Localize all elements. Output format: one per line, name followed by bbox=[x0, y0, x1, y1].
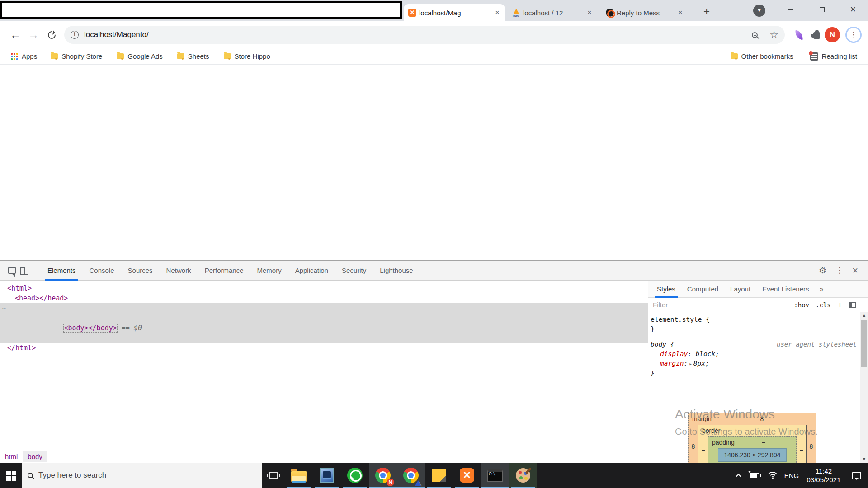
tab-layout[interactable]: Layout bbox=[724, 281, 756, 298]
tab-event-listeners[interactable]: Event Listeners bbox=[756, 281, 815, 298]
apps-shortcut[interactable]: Apps bbox=[7, 51, 41, 62]
tab-search-icon[interactable]: ▾ bbox=[753, 5, 765, 17]
bookmark-folder-shopify-store[interactable]: Shopify Store bbox=[47, 51, 106, 62]
dom-node-body-selected[interactable]: ⋯ <body></body>== $0 bbox=[0, 303, 648, 343]
tray-battery[interactable] bbox=[745, 463, 764, 488]
scrollbar-thumb[interactable] bbox=[861, 320, 867, 367]
taskbar-app-paint[interactable] bbox=[509, 463, 537, 488]
devtools-tab-console[interactable]: Console bbox=[83, 261, 121, 281]
padding-top-value: − bbox=[735, 438, 793, 447]
bookmark-folder-store-hippo[interactable]: Store Hippo bbox=[220, 51, 274, 62]
devtools-tab-memory[interactable]: Memory bbox=[250, 261, 288, 281]
computed-sidebar-toggle-icon[interactable] bbox=[849, 302, 856, 308]
tab-close-icon[interactable]: × bbox=[585, 9, 594, 17]
window-close-button[interactable]: × bbox=[843, 0, 863, 19]
devtools-tab-application[interactable]: Application bbox=[288, 261, 335, 281]
border-right-value: − bbox=[797, 446, 806, 455]
bookmark-folder-sheets[interactable]: Sheets bbox=[174, 51, 213, 62]
tab-close-icon[interactable]: × bbox=[676, 9, 684, 17]
box-model-diagram: margin 8 8 border − bbox=[688, 413, 816, 463]
css-property-margin[interactable]: margin:▸8px; bbox=[651, 359, 860, 369]
taskbar-search-input[interactable] bbox=[38, 471, 256, 480]
taskbar-app-xampp[interactable]: ✕ bbox=[453, 463, 481, 488]
bookmark-star-icon[interactable]: ☆ bbox=[769, 30, 778, 40]
taskbar-app-chrome-profile[interactable]: N bbox=[369, 463, 397, 488]
window-minimize-button[interactable] bbox=[780, 0, 801, 19]
pseudo-state-toggle[interactable]: :hov bbox=[794, 301, 809, 309]
tab-magento-message[interactable]: Reply to Mess × bbox=[601, 4, 688, 21]
expand-shorthand-icon[interactable]: ▸ bbox=[689, 361, 692, 367]
new-style-rule-button[interactable]: + bbox=[837, 300, 843, 310]
taskbar-app-whatsapp[interactable] bbox=[341, 463, 369, 488]
zoom-out-icon[interactable] bbox=[752, 32, 758, 38]
taskbar-search-box[interactable] bbox=[22, 463, 262, 488]
devtools-tab-sources[interactable]: Sources bbox=[121, 261, 160, 281]
tray-network[interactable] bbox=[764, 463, 781, 488]
device-toolbar-icon[interactable] bbox=[22, 267, 28, 275]
back-button[interactable]: ← bbox=[6, 26, 24, 44]
breadcrumb-html[interactable]: html bbox=[0, 451, 23, 462]
devtools-tab-network[interactable]: Network bbox=[160, 261, 198, 281]
chrome-menu-icon[interactable]: ⋮ bbox=[845, 27, 862, 43]
url-text[interactable]: localhost/Magento/ bbox=[84, 30, 752, 39]
action-center-icon bbox=[852, 472, 861, 479]
devtools-tab-lighthouse[interactable]: Lighthouse bbox=[373, 261, 420, 281]
taskbar-app-file-explorer[interactable] bbox=[285, 463, 313, 488]
bookmark-folder-google-ads[interactable]: Google Ads bbox=[113, 51, 166, 62]
tab-localhost-magento[interactable]: ✕ localhost/Mag × bbox=[404, 4, 505, 21]
taskbar-app-chrome[interactable] bbox=[397, 463, 425, 488]
start-button[interactable] bbox=[0, 463, 22, 488]
margin-top-value: 8 bbox=[712, 414, 812, 424]
new-tab-button[interactable]: + bbox=[700, 5, 713, 19]
folder-icon bbox=[51, 53, 58, 59]
address-bar[interactable]: i localhost/Magento/ ☆ bbox=[64, 26, 785, 44]
profile-avatar[interactable]: N bbox=[825, 27, 840, 42]
devtools-tab-security[interactable]: Security bbox=[335, 261, 373, 281]
devtools-tab-performance[interactable]: Performance bbox=[198, 261, 250, 281]
tab-computed[interactable]: Computed bbox=[681, 281, 724, 298]
feather-extension-icon[interactable] bbox=[794, 30, 804, 40]
more-tabs-chevron-icon[interactable]: » bbox=[815, 285, 828, 293]
rule-element-style[interactable]: element.style { } bbox=[648, 312, 860, 337]
tab-close-icon[interactable]: × bbox=[493, 9, 501, 17]
task-view-button[interactable] bbox=[262, 463, 285, 488]
tray-action-center[interactable] bbox=[845, 463, 868, 488]
taskbar-app-photos[interactable] bbox=[313, 463, 341, 488]
scroll-up-icon[interactable]: ▲ bbox=[860, 312, 868, 319]
devtools-close-icon[interactable]: × bbox=[852, 266, 858, 276]
elements-panel: <html> <head></head> ⋯ <body></body>== $… bbox=[0, 281, 648, 463]
devtools-kebab-menu-icon[interactable]: ⋮ bbox=[835, 267, 843, 274]
dom-node-html-close[interactable]: </html> bbox=[0, 343, 648, 353]
tray-time: 11:42 bbox=[816, 467, 832, 475]
taskbar-app-sticky-notes[interactable] bbox=[425, 463, 453, 488]
inspect-element-icon[interactable] bbox=[8, 267, 16, 274]
reload-button[interactable] bbox=[42, 26, 61, 44]
tab-phpmyadmin[interactable]: PMA localhost / 12 × bbox=[508, 4, 597, 21]
element-classes-toggle[interactable]: .cls bbox=[816, 301, 831, 309]
devtools-tab-elements[interactable]: Elements bbox=[41, 261, 83, 281]
breadcrumb-body[interactable]: body bbox=[23, 451, 47, 462]
styles-scrollbar[interactable]: ▲ ▼ bbox=[860, 312, 868, 463]
forward-button[interactable]: → bbox=[24, 26, 42, 44]
other-bookmarks[interactable]: Other bookmarks bbox=[727, 51, 797, 62]
scroll-down-icon[interactable]: ▼ bbox=[860, 456, 868, 463]
tray-clock[interactable]: 11:42 03/05/2021 bbox=[802, 463, 845, 488]
taskbar-app-command-prompt[interactable] bbox=[481, 463, 509, 488]
page-info-icon[interactable]: i bbox=[71, 31, 79, 39]
window-maximize-button[interactable] bbox=[811, 0, 832, 19]
css-property-display[interactable]: display: block; bbox=[651, 349, 860, 359]
reading-list[interactable]: Reading list bbox=[807, 51, 861, 62]
styles-sidebar: Styles Computed Layout Event Listeners »… bbox=[648, 281, 868, 463]
extensions-puzzle-icon[interactable] bbox=[813, 32, 820, 39]
page-viewport[interactable] bbox=[0, 65, 868, 260]
tab-styles[interactable]: Styles bbox=[651, 281, 681, 298]
tray-language[interactable]: ENG bbox=[781, 463, 802, 488]
dom-node-head[interactable]: <head></head> bbox=[0, 293, 648, 303]
node-more-icon[interactable]: ⋯ bbox=[2, 303, 6, 313]
padding-left-value: − bbox=[708, 450, 718, 460]
styles-filter-input[interactable] bbox=[653, 301, 788, 309]
tray-show-hidden-icons[interactable] bbox=[731, 463, 745, 488]
devtools-settings-gear-icon[interactable]: ⚙ bbox=[819, 266, 826, 275]
dom-node-html-open[interactable]: <html> bbox=[0, 283, 648, 293]
rule-body-user-agent[interactable]: user agent stylesheet body { display: bl… bbox=[648, 337, 860, 381]
